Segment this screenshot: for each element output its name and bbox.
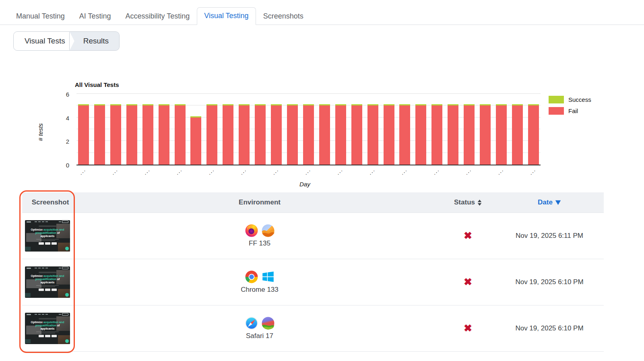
thumb-menu (35, 221, 48, 222)
thumb-logo (27, 221, 31, 223)
sort-descending-icon[interactable] (555, 200, 561, 205)
thumb-cta-button (62, 267, 68, 269)
tab-label: Visual Testing (204, 12, 248, 20)
tab-ai-testing[interactable]: AI Testing (72, 8, 118, 25)
x-tick-label: ⋰ (305, 169, 310, 175)
table-row[interactable]: Optimize acquisition and prequalificatio… (22, 212, 604, 259)
status-fail-icon: ✖ (464, 276, 472, 287)
chart-bar (448, 104, 458, 165)
environment-label: FF 135 (249, 239, 270, 248)
x-tick-label: ⋰ (241, 169, 246, 175)
thumb-corner-card (25, 339, 31, 343)
chart-bar (175, 104, 186, 165)
bar-fail-segment (159, 105, 169, 165)
x-tick-label: ⋰ (337, 169, 343, 175)
breadcrumb-results[interactable]: Results (74, 32, 119, 50)
chart-bar (399, 104, 410, 165)
y-tick-label: 4 (48, 115, 69, 122)
thumb-login-link (59, 314, 61, 315)
chart-bar (94, 104, 105, 165)
bar-fail-segment (399, 105, 410, 165)
thumb-headline: Optimize acquisition and prequalificatio… (31, 228, 64, 238)
bar-fail-segment (335, 105, 346, 165)
tab-visual-testing[interactable]: Visual Testing (197, 7, 256, 25)
thumb-cta-button (62, 313, 68, 316)
all-visual-tests-chart: All Visual Tests # tests (0, 81, 644, 191)
column-header-status[interactable]: Status (441, 192, 495, 212)
breadcrumb-chevron-icon (70, 32, 74, 50)
chart-bar (480, 104, 491, 165)
y-tick-label: 6 (48, 91, 69, 98)
chart-bar (159, 104, 169, 165)
visual-testing-page: Manual TestingAI TestingAccessibility Te… (0, 0, 644, 352)
chart-y-ticks: 0246 (48, 95, 69, 165)
bar-fail-segment (431, 105, 442, 165)
environment-cell: FF 135 (245, 224, 275, 248)
screenshot-thumbnail[interactable]: Optimize acquisition and prequalificatio… (25, 313, 70, 344)
bar-fail-segment (190, 118, 201, 165)
chart-bar (464, 104, 475, 165)
chart-bar (271, 104, 282, 165)
thumb-login-link (59, 221, 61, 222)
thumb-menu (35, 268, 48, 268)
chart-y-axis-label: # tests (37, 116, 44, 149)
column-header-environment: Environment (78, 192, 441, 212)
macos-sonoma-logo (261, 316, 275, 330)
thumb-logo (27, 314, 31, 315)
bar-fail-segment (512, 105, 523, 165)
bar-fail-segment (384, 105, 394, 165)
column-header-screenshot: Screenshot (22, 192, 78, 212)
legend-item-fail: Fail (549, 107, 591, 115)
tab-bar: Manual TestingAI TestingAccessibility Te… (0, 0, 644, 25)
tab-accessibility-testing[interactable]: Accessibility Testing (118, 8, 197, 25)
environment-cell: Chrome 133 (241, 270, 279, 294)
x-tick-label: ⋰ (402, 169, 407, 175)
table-row[interactable]: Optimize acquisition and prequalificatio… (22, 305, 604, 351)
bar-fail-segment (239, 105, 250, 165)
environment-cell: Safari 17 (245, 316, 275, 340)
chart-bar (255, 104, 266, 165)
environment-label: Chrome 133 (241, 286, 279, 294)
bar-fail-segment (206, 105, 217, 165)
thumb-navbar (25, 266, 70, 270)
column-header-date[interactable]: Date (495, 192, 604, 212)
y-tick-label: 0 (48, 162, 69, 169)
windows-logo (261, 270, 275, 284)
firefox-icon (245, 224, 258, 237)
chart-bar (142, 104, 153, 165)
bar-fail-segment (351, 105, 362, 165)
screenshot-thumbnail[interactable]: Optimize acquisition and prequalificatio… (25, 220, 70, 252)
macos-sonoma-icon (261, 316, 275, 330)
macos-ventura-logo (261, 224, 275, 237)
bar-fail-segment (255, 105, 266, 165)
macos-ventura-icon (261, 224, 275, 237)
result-date: Nov 19, 2025 6:10 PM (515, 278, 583, 286)
chart-bar (351, 104, 362, 165)
bar-fail-segment (142, 105, 153, 165)
x-tick-label: ⋰ (369, 169, 375, 175)
windows-icon (261, 270, 275, 284)
tab-label: Manual Testing (16, 12, 65, 20)
x-tick-label: ⋰ (177, 169, 182, 175)
tab-manual-testing[interactable]: Manual Testing (9, 8, 72, 25)
thumb-badge-pill (39, 225, 56, 227)
chart-bar (367, 104, 378, 165)
chart-bar (239, 104, 250, 165)
safari-logo (245, 316, 258, 330)
chart-bar (431, 104, 442, 165)
screenshot-thumbnail[interactable]: Optimize acquisition and prequalificatio… (25, 266, 70, 298)
x-tick-label: ⋰ (144, 169, 150, 175)
tab-screenshots[interactable]: Screenshots (256, 8, 311, 25)
thumb-subtext (40, 287, 55, 287)
breadcrumb-visual-tests[interactable]: Visual Tests (14, 32, 69, 50)
sort-toggle-icon[interactable] (477, 199, 482, 206)
chart-title: All Visual Tests (75, 81, 119, 88)
x-tick-label: ⋰ (434, 169, 439, 175)
chrome-icon (245, 270, 258, 284)
x-tick-label: ⋰ (80, 169, 86, 175)
chart-bar (287, 104, 298, 165)
legend-swatch (549, 107, 564, 115)
table-row[interactable]: Optimize acquisition and prequalificatio… (22, 259, 604, 305)
result-date: Nov 19, 2025 6:11 PM (516, 232, 583, 239)
bar-fail-segment (480, 105, 491, 165)
